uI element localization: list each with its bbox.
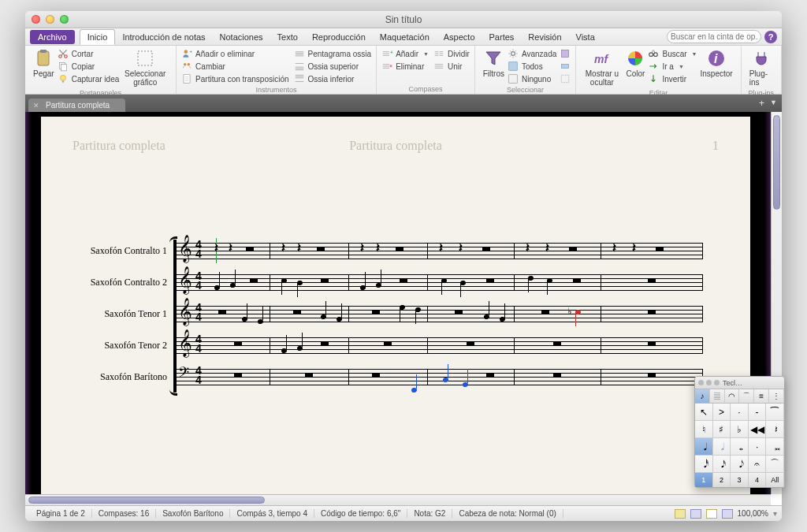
keypad-tab-6[interactable]: ⋮ <box>769 389 784 403</box>
plugins-button[interactable]: Plug-ins <box>746 47 776 88</box>
keypad-tab-3[interactable]: ◠ <box>725 389 740 403</box>
keypad-key-cursor[interactable]: ↖ <box>695 404 713 421</box>
select-tool-icon2[interactable] <box>560 61 571 72</box>
select-graphic-button[interactable]: Seleccionar gráfico <box>119 47 171 88</box>
view-mode-icon-3[interactable] <box>706 509 717 519</box>
keypad-voice-all[interactable]: All <box>766 473 784 487</box>
keypad-tab-1[interactable]: ♪ <box>695 389 710 403</box>
keypad-key-rewind[interactable]: ◀◀ <box>749 421 767 438</box>
add-tab-button[interactable]: + <box>759 98 764 109</box>
tab-texto[interactable]: Texto <box>270 30 305 44</box>
staff[interactable]: 𝄢 44 <box>175 364 703 389</box>
change-instrument-button[interactable]: Cambiar <box>181 60 288 73</box>
keypad-key-slur[interactable]: ⌒ <box>766 456 784 473</box>
horizontal-scrollbar[interactable] <box>25 494 771 505</box>
ossia-above-button[interactable]: Ossia superior <box>294 60 372 73</box>
keypad-key-natural[interactable]: ♮ <box>695 421 713 438</box>
keypad-key-half[interactable]: 𝅗𝅥 <box>713 438 731 456</box>
capture-idea-button[interactable]: Capturar idea <box>58 73 120 85</box>
divide-bar-button[interactable]: Dividir <box>433 47 470 60</box>
keypad-key-sharp[interactable]: ♯ <box>713 421 731 438</box>
keypad-key-staccato[interactable]: · <box>731 404 749 421</box>
view-mode-icon-1[interactable] <box>675 509 686 519</box>
scrollbar-thumb[interactable] <box>28 497 265 504</box>
filters-button[interactable]: Filtros <box>480 47 508 85</box>
invert-button[interactable]: Invertir <box>648 73 697 85</box>
show-hide-button[interactable]: mf Mostrar u ocultar <box>581 47 623 88</box>
inspector-button[interactable]: i Inspector <box>697 47 736 88</box>
color-button[interactable]: Color <box>623 47 648 88</box>
tab-partes[interactable]: Partes <box>482 30 522 44</box>
ossia-below-button[interactable]: Ossia inferior <box>294 73 372 85</box>
close-tab-icon[interactable]: ✕ <box>33 102 39 110</box>
add-remove-instrument-button[interactable]: +Añadir o eliminar <box>181 47 288 60</box>
add-bar-button[interactable]: +Añadir▼ <box>381 47 429 60</box>
treble-clef-icon: 𝄞 <box>178 235 192 262</box>
keypad-tab-4[interactable]: ⌒ <box>739 389 754 403</box>
select-tool-icon3[interactable] <box>560 73 571 84</box>
select-all-button[interactable]: Todos <box>508 60 556 73</box>
keypad-key-16th[interactable]: 𝅘𝅥𝅯 <box>713 456 731 473</box>
keypad-voice-4[interactable]: 4 <box>749 473 767 487</box>
score-canvas[interactable]: Partitura completa Partitura completa 1 … <box>25 112 782 494</box>
select-tool-icon1[interactable] <box>560 48 571 59</box>
keypad-key-flat[interactable]: ♭ <box>731 421 749 438</box>
tab-maquetacion[interactable]: Maquetación <box>373 30 437 44</box>
tab-inicio[interactable]: Inicio <box>80 29 116 45</box>
staff[interactable]: 𝄞 44 <box>175 333 703 358</box>
tab-notaciones[interactable]: Notaciones <box>213 30 270 44</box>
staff[interactable]: 𝄞 44 <box>175 301 703 326</box>
keypad-key-whole[interactable]: 𝅝 <box>731 438 749 456</box>
staff[interactable]: 𝄞 44 𝄽𝄽 𝄽𝄽 𝄽𝄽 𝄽𝄽 𝄽𝄽 𝄽𝄽 <box>175 238 703 263</box>
paste-label: Pegar <box>33 69 54 78</box>
status-page[interactable]: Página 1 de 2 <box>30 509 92 518</box>
keypad-key-quarter[interactable]: 𝅘𝅥 <box>695 438 713 456</box>
tab-aspecto[interactable]: Aspecto <box>437 30 482 44</box>
keypad-key-breve[interactable]: 𝅜 <box>766 438 784 456</box>
keypad-key-32nd[interactable]: 𝅘𝅥𝅰 <box>695 456 713 473</box>
keypad-key-fermata[interactable]: 𝄐 <box>749 456 767 473</box>
keypad-voice-3[interactable]: 3 <box>731 473 749 487</box>
paste-button[interactable]: Pegar <box>30 47 58 88</box>
goto-button[interactable]: Ir a▼ <box>648 60 697 73</box>
staff[interactable]: 𝄞 44 <box>175 270 703 295</box>
remove-bar-button[interactable]: ×Eliminar <box>381 60 429 73</box>
copy-button[interactable]: Copiar <box>58 60 120 73</box>
keypad-key-accent[interactable]: > <box>713 404 731 421</box>
tab-reproduccion[interactable]: Reproducción <box>305 30 373 44</box>
tab-menu-button[interactable]: ▼ <box>770 99 777 106</box>
keypad-key-8th[interactable]: 𝅘𝅥𝅮 <box>731 456 749 473</box>
scrollbar-thumb[interactable] <box>773 115 780 210</box>
keypad-tab-2[interactable]: 𝄚 <box>710 389 725 403</box>
ossia-staff-button[interactable]: Pentagrama ossia <box>294 47 372 60</box>
tab-vista[interactable]: Vista <box>569 30 602 44</box>
status-bars[interactable]: Compases: 16 <box>92 509 156 518</box>
keypad-tab-5[interactable]: ≡ <box>754 389 769 403</box>
keypad-title[interactable]: Tecl… <box>695 377 784 389</box>
keypad-key-restentry[interactable]: 𝄽 <box>766 421 784 438</box>
view-mode-icon-4[interactable] <box>722 509 733 519</box>
keypad-key-tenuto[interactable]: - <box>749 404 767 421</box>
find-button[interactable]: Buscar▼ <box>648 47 697 60</box>
cut-button[interactable]: Cortar <box>58 47 120 60</box>
scissors-icon <box>58 48 69 59</box>
document-tab[interactable]: ✕ Partitura completa <box>28 99 125 112</box>
keypad-key-tie[interactable]: ⁀ <box>766 404 784 421</box>
zoom-dropdown-icon[interactable]: ▾ <box>773 509 777 518</box>
zoom-level[interactable]: 100,00% <box>738 509 768 518</box>
join-bar-button[interactable]: Unir <box>433 60 470 73</box>
search-input[interactable] <box>667 30 761 43</box>
tab-revision[interactable]: Revisión <box>521 30 568 44</box>
tab-introduccion[interactable]: Introducción de notas <box>115 30 212 44</box>
transpose-score-button[interactable]: Partitura con transposición <box>181 73 288 85</box>
keypad-voice-2[interactable]: 2 <box>713 473 731 487</box>
help-icon[interactable]: ? <box>764 31 777 43</box>
keypad-panel[interactable]: Tecl… ♪ 𝄚 ◠ ⌒ ≡ ⋮ ↖ > · - ⁀ ♮ ♯ ♭ ◀◀ 𝄽 𝅘… <box>694 376 785 488</box>
keypad-voice-1[interactable]: 1 <box>695 473 713 487</box>
advanced-select-button[interactable]: Avanzada <box>508 47 556 60</box>
select-none-button[interactable]: Ninguno <box>508 73 556 85</box>
keypad-key-dot[interactable]: · <box>749 438 767 456</box>
file-menu-button[interactable]: Archivo <box>30 30 75 44</box>
staff-row: Saxofón Contralto 1 𝄞 44 𝄽𝄽 𝄽𝄽 𝄽𝄽 𝄽𝄽 𝄽𝄽 … <box>65 235 703 266</box>
view-mode-icon-2[interactable] <box>690 509 701 519</box>
